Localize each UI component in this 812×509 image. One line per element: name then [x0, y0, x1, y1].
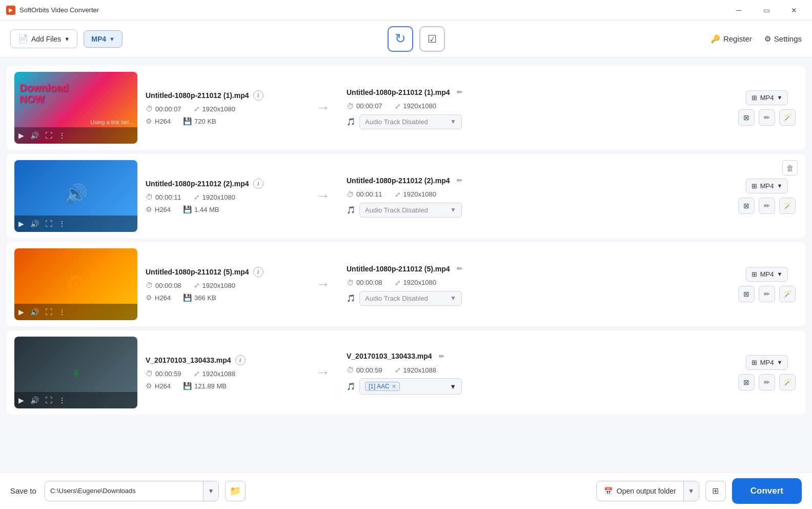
- thumbnail-2: 🔊 ▶ 🔊 ⛶ ⋮: [14, 160, 137, 232]
- minimize-button[interactable]: ─: [727, 3, 750, 18]
- fx-button-2[interactable]: 🪄: [779, 198, 796, 214]
- arrow-1: →: [308, 100, 338, 116]
- audio-select-2[interactable]: Audio Track Disabled ▼: [359, 203, 462, 218]
- edit-button-3[interactable]: ✏: [759, 286, 775, 302]
- thumb-text: DownloadNOW: [19, 82, 69, 105]
- open-output-button[interactable]: 📅 Open output folder: [597, 483, 683, 499]
- resolution-value-2: 1920x1080: [202, 193, 235, 201]
- fx-button-3[interactable]: 🪄: [779, 286, 796, 302]
- size-value-4: 121.89 MB: [194, 382, 227, 390]
- view-grid-button[interactable]: ⊞: [705, 481, 726, 501]
- source-info-3: Untitled-1080p-211012 (5).mp4 i ⏱ 00:00:…: [146, 267, 299, 302]
- register-button[interactable]: 🔑 Register: [710, 34, 752, 44]
- maximize-button[interactable]: ▭: [755, 3, 778, 18]
- more-icon-2[interactable]: ⋮: [58, 220, 66, 228]
- info-icon-3[interactable]: i: [253, 267, 263, 277]
- audio-aac-select[interactable]: [1] AAC ✕ ▼: [359, 378, 462, 395]
- crop-button-3[interactable]: ⊠: [738, 286, 755, 302]
- register-label: Register: [723, 34, 752, 43]
- codec-icon-3: ⚙: [146, 293, 152, 302]
- edit-icon-2[interactable]: ✏: [454, 175, 465, 186]
- meta-row-4b: ⚙ H264 💾 121.89 MB: [146, 382, 299, 390]
- aac-remove-button[interactable]: ✕: [392, 383, 396, 390]
- browse-folder-button[interactable]: 📁: [225, 481, 246, 501]
- volume-icon-4[interactable]: 🔊: [30, 396, 39, 404]
- action-icons-1: ⊞ MP4 ▼ ⊠ ✏ 🪄: [736, 90, 798, 126]
- rotate-button[interactable]: ↻: [388, 26, 413, 52]
- volume-icon-2[interactable]: 🔊: [30, 220, 39, 228]
- add-files-button[interactable]: 📄 Add Files ▼: [10, 29, 77, 48]
- info-icon-2[interactable]: i: [253, 179, 263, 189]
- meta-row-1: ⏱ 00:00:07 ⤢ 1920x1080: [146, 105, 299, 113]
- edit-button-1[interactable]: ✏: [759, 109, 775, 126]
- delete-button-2[interactable]: 🗑: [782, 160, 798, 175]
- fullscreen-icon-3[interactable]: ⛶: [45, 308, 52, 316]
- crop-button-1[interactable]: ⊠: [738, 109, 755, 126]
- format-button[interactable]: MP4 ▼: [84, 30, 123, 48]
- action-row-2: ⊠ ✏ 🪄: [738, 198, 796, 214]
- toolbar-center: ↻ ☑: [129, 26, 704, 52]
- more-icon-3[interactable]: ⋮: [58, 308, 66, 316]
- play-icon-3[interactable]: ▶: [18, 308, 24, 316]
- close-button[interactable]: ✕: [782, 3, 806, 18]
- settings-button[interactable]: ⚙ Settings: [764, 34, 802, 44]
- source-filename-4: V_20170103_130433.mp4: [146, 356, 231, 364]
- audio-select-3[interactable]: Audio Track Disabled ▼: [359, 291, 462, 306]
- fx-button-4[interactable]: 🪄: [779, 374, 796, 390]
- info-icon[interactable]: i: [253, 90, 263, 101]
- more-icon-4[interactable]: ⋮: [58, 396, 66, 404]
- format-select-2[interactable]: ⊞ MP4 ▼: [746, 179, 788, 193]
- edit-button-2[interactable]: ✏: [759, 198, 775, 214]
- file-list: DownloadNOW Using a link bel... ▶ 🔊 ⛶ ⋮ …: [0, 57, 812, 472]
- convert-button[interactable]: Convert: [732, 478, 802, 504]
- arrow-icon: →: [316, 100, 330, 116]
- toolbar-right: 🔑 Register ⚙ Settings: [710, 34, 802, 44]
- save-path-dropdown[interactable]: ▼: [203, 481, 218, 501]
- duration-item-4: ⏱ 00:00:59: [146, 369, 181, 378]
- fullscreen-icon-2[interactable]: ⛶: [45, 220, 52, 228]
- open-output-dropdown[interactable]: ▼: [683, 481, 699, 501]
- codec-item: ⚙ H264: [146, 117, 171, 125]
- clock-icon: ⏱: [146, 105, 153, 113]
- edit-button-4[interactable]: ✏: [759, 374, 775, 390]
- audio-disabled-text: Audio Track Disabled: [365, 118, 428, 126]
- format-dropdown-icon: ▼: [109, 36, 115, 42]
- output-info-4: V_20170103_130433.mp4 ✏ ⏱ 00:00:59 ⤢ 192…: [347, 350, 728, 395]
- volume-icon-3[interactable]: 🔊: [30, 308, 39, 316]
- save-path-input[interactable]: [45, 483, 203, 499]
- play-icon[interactable]: ▶: [18, 131, 24, 140]
- crop-button-4[interactable]: ⊠: [738, 374, 755, 390]
- thumbnail-1: DownloadNOW Using a link bel... ▶ 🔊 ⛶ ⋮: [14, 72, 137, 144]
- fullscreen-icon-4[interactable]: ⛶: [45, 396, 52, 404]
- clock-icon-out-4: ⏱: [347, 366, 354, 374]
- duration-value-3: 00:00:08: [155, 282, 181, 289]
- open-output-container: 📅 Open output folder ▼: [596, 481, 699, 501]
- play-icon-4[interactable]: ▶: [18, 396, 24, 404]
- format-dd-icon-3: ▼: [777, 271, 782, 277]
- crop-button-2[interactable]: ⊠: [738, 198, 755, 214]
- thumbnail-3: ⚙ ▶ 🔊 ⛶ ⋮: [14, 248, 137, 320]
- more-icon[interactable]: ⋮: [58, 131, 66, 140]
- format-select-4[interactable]: ⊞ MP4 ▼: [746, 355, 788, 370]
- output-info-2: Untitled-1080p-211012 (2).mp4 ✏ ⏱ 00:00:…: [347, 175, 728, 218]
- duration-item: ⏱ 00:00:07: [146, 105, 181, 113]
- format-select-1[interactable]: ⊞ MP4 ▼: [746, 90, 788, 105]
- play-icon-2[interactable]: ▶: [18, 220, 24, 228]
- output-info-3: Untitled-1080p-211012 (5).mp4 ✏ ⏱ 00:00:…: [347, 263, 728, 306]
- format-select-3[interactable]: ⊞ MP4 ▼: [746, 267, 788, 282]
- output-duration-3: ⏱ 00:00:08: [347, 279, 382, 287]
- edit-icon-3[interactable]: ✏: [454, 263, 465, 275]
- add-files-label: Add Files: [31, 35, 61, 43]
- check-button[interactable]: ☑: [419, 26, 445, 52]
- res-icon-out-2: ⤢: [395, 190, 401, 199]
- fx-button-1[interactable]: 🪄: [779, 109, 796, 126]
- volume-icon[interactable]: 🔊: [30, 131, 39, 140]
- edit-icon-4[interactable]: ✏: [436, 350, 448, 362]
- thumb-controls: ▶ 🔊 ⛶ ⋮: [14, 127, 137, 144]
- audio-select-1[interactable]: Audio Track Disabled ▼: [359, 114, 462, 129]
- edit-icon[interactable]: ✏: [454, 87, 465, 98]
- resolution-item-2: ⤢ 1920x1080: [194, 193, 235, 201]
- meta-row-3a: ⏱ 00:00:08 ⤢ 1920x1080: [146, 281, 299, 289]
- fullscreen-icon[interactable]: ⛶: [45, 131, 52, 140]
- info-icon-4[interactable]: i: [235, 355, 246, 365]
